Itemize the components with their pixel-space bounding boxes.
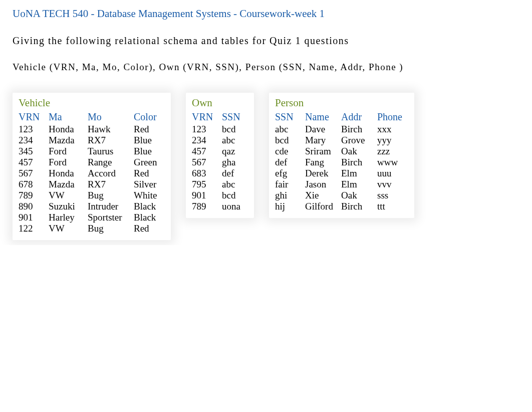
col-addr: Addr bbox=[341, 110, 377, 124]
table-row: fairJasonElmvvv bbox=[275, 179, 408, 190]
table-cell: Birch bbox=[341, 201, 377, 212]
table-cell: abc bbox=[275, 124, 305, 135]
table-row: 567gha bbox=[192, 157, 248, 168]
table-cell: Oak bbox=[341, 146, 377, 157]
table-cell: 457 bbox=[19, 157, 49, 168]
table-cell: RX7 bbox=[88, 135, 134, 146]
person-table-name: Person bbox=[275, 97, 408, 109]
col-vrn: VRN bbox=[192, 110, 222, 124]
table-cell: 789 bbox=[19, 190, 49, 201]
table-row: 789VWBugWhite bbox=[19, 190, 165, 201]
table-cell: Mazda bbox=[49, 135, 88, 146]
table-row: 345FordTaurusBlue bbox=[19, 146, 165, 157]
table-cell: Red bbox=[134, 223, 165, 234]
table-row: 890SuzukiIntruderBlack bbox=[19, 201, 165, 212]
table-cell: VW bbox=[49, 190, 88, 201]
table-cell: bcd bbox=[222, 190, 248, 201]
table-cell: Birch bbox=[341, 124, 377, 135]
table-cell: Sportster bbox=[88, 212, 134, 223]
table-cell: qaz bbox=[222, 146, 248, 157]
table-cell: Black bbox=[134, 201, 165, 212]
table-cell: sss bbox=[377, 190, 408, 201]
table-cell: 795 bbox=[192, 179, 222, 190]
table-cell: Honda bbox=[49, 124, 88, 135]
own-tbody: 123bcd234abc457qaz567gha683def795abc901b… bbox=[192, 124, 248, 212]
col-phone: Phone bbox=[377, 110, 408, 124]
table-cell: 123 bbox=[192, 124, 222, 135]
table-cell: 234 bbox=[192, 135, 222, 146]
table-cell: Red bbox=[134, 124, 165, 135]
table-cell: Bug bbox=[88, 190, 134, 201]
table-cell: 789 bbox=[192, 201, 222, 212]
table-cell: ghi bbox=[275, 190, 305, 201]
table-cell: Fang bbox=[305, 157, 341, 168]
table-cell: ttt bbox=[377, 201, 408, 212]
table-cell: def bbox=[222, 168, 248, 179]
table-cell: fair bbox=[275, 179, 305, 190]
table-cell: Gilford bbox=[305, 201, 341, 212]
table-cell: Hawk bbox=[88, 124, 134, 135]
table-cell: www bbox=[377, 157, 408, 168]
table-header-row: VRN Ma Mo Color bbox=[19, 110, 165, 124]
table-row: defFangBirchwww bbox=[275, 157, 408, 168]
table-row: 678MazdaRX7Silver bbox=[19, 179, 165, 190]
table-cell: Silver bbox=[134, 179, 165, 190]
table-cell: def bbox=[275, 157, 305, 168]
table-cell: 901 bbox=[19, 212, 49, 223]
table-cell: xxx bbox=[377, 124, 408, 135]
table-cell: Derek bbox=[305, 168, 341, 179]
col-ssn: SSN bbox=[275, 110, 305, 124]
table-cell: White bbox=[134, 190, 165, 201]
table-cell: hij bbox=[275, 201, 305, 212]
table-cell: RX7 bbox=[88, 179, 134, 190]
table-cell: zzz bbox=[377, 146, 408, 157]
table-cell: Honda bbox=[49, 168, 88, 179]
instruction-text: Giving the following relational schema a… bbox=[13, 35, 519, 47]
table-cell: 678 bbox=[19, 179, 49, 190]
table-cell: Black bbox=[134, 212, 165, 223]
col-ma: Ma bbox=[49, 110, 88, 124]
table-header-row: SSN Name Addr Phone bbox=[275, 110, 408, 124]
table-cell: bcd bbox=[275, 135, 305, 146]
own-table: VRN SSN 123bcd234abc457qaz567gha683def79… bbox=[192, 110, 248, 212]
table-row: 234MazdaRX7Blue bbox=[19, 135, 165, 146]
table-cell: Oak bbox=[341, 190, 377, 201]
table-cell: Mary bbox=[305, 135, 341, 146]
col-color: Color bbox=[134, 110, 165, 124]
own-table-block: Own VRN SSN 123bcd234abc457qaz567gha683d… bbox=[186, 93, 254, 218]
table-cell: Ford bbox=[49, 146, 88, 157]
table-cell: Ford bbox=[49, 157, 88, 168]
tables-container: Vehicle VRN Ma Mo Color 123HondaHawkRed2… bbox=[13, 93, 519, 240]
table-cell: abc bbox=[222, 135, 248, 146]
page-title: UoNA TECH 540 - Database Management Syst… bbox=[13, 8, 519, 20]
table-cell: Harley bbox=[49, 212, 88, 223]
table-row: 122VWBugRed bbox=[19, 223, 165, 234]
table-row: 123bcd bbox=[192, 124, 248, 135]
table-cell: 122 bbox=[19, 223, 49, 234]
table-cell: Xie bbox=[305, 190, 341, 201]
table-row: 789uona bbox=[192, 201, 248, 212]
person-table: SSN Name Addr Phone abcDaveBirchxxxbcdMa… bbox=[275, 110, 408, 212]
table-cell: Bug bbox=[88, 223, 134, 234]
table-cell: uona bbox=[222, 201, 248, 212]
person-tbody: abcDaveBirchxxxbcdMaryGroveyyycdeSriramO… bbox=[275, 124, 408, 212]
table-cell: gha bbox=[222, 157, 248, 168]
table-row: bcdMaryGroveyyy bbox=[275, 135, 408, 146]
table-cell: 683 bbox=[192, 168, 222, 179]
table-header-row: VRN SSN bbox=[192, 110, 248, 124]
table-cell: 345 bbox=[19, 146, 49, 157]
table-row: hijGilfordBirchttt bbox=[275, 201, 408, 212]
table-cell: Blue bbox=[134, 146, 165, 157]
schema-definition: Vehicle (VRN, Ma, Mo, Color), Own (VRN, … bbox=[13, 62, 519, 73]
vehicle-tbody: 123HondaHawkRed234MazdaRX7Blue345FordTau… bbox=[19, 124, 165, 234]
table-cell: uuu bbox=[377, 168, 408, 179]
table-cell: 567 bbox=[192, 157, 222, 168]
table-row: 901HarleySportsterBlack bbox=[19, 212, 165, 223]
table-cell: Dave bbox=[305, 124, 341, 135]
table-row: 457qaz bbox=[192, 146, 248, 157]
table-cell: Birch bbox=[341, 157, 377, 168]
table-cell: yyy bbox=[377, 135, 408, 146]
vehicle-table: VRN Ma Mo Color 123HondaHawkRed234MazdaR… bbox=[19, 110, 165, 234]
table-cell: Taurus bbox=[88, 146, 134, 157]
vehicle-table-block: Vehicle VRN Ma Mo Color 123HondaHawkRed2… bbox=[13, 93, 171, 240]
